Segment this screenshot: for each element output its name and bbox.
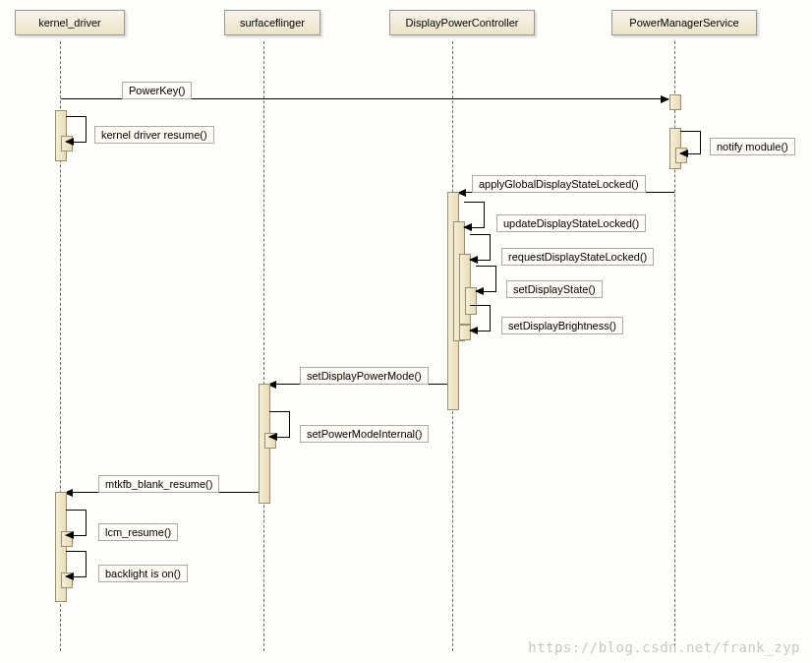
selfcall-kernel-resume: [66, 116, 87, 143]
selfcall-setds: [476, 266, 496, 292]
label-setpmi: setPowerModeInternal(): [300, 425, 429, 443]
lifeline-sf: [263, 41, 264, 651]
label-setds: setDisplayState(): [506, 280, 603, 298]
label-applyglobal: applyGlobalDisplayStateLocked(): [472, 175, 646, 193]
selfcall-requestdsl: [470, 234, 491, 261]
activation-pms-powerkey: [669, 94, 681, 110]
selfcall-setpmi: [269, 411, 290, 438]
label-setdpm: setDisplayPowerMode(): [300, 367, 429, 385]
selfcall-setdb: [470, 305, 491, 332]
label-requestdsl: requestDisplayStateLocked(): [501, 248, 654, 266]
label-powerkey: PowerKey(): [122, 82, 192, 99]
selfcall-backlight: [66, 551, 87, 577]
selfcall-notify: [680, 131, 701, 154]
label-updatedsl: updateDisplayStateLocked(): [496, 214, 646, 232]
participant-display-power-controller: DisplayPowerController: [389, 10, 535, 35]
label-mtkfb: mtkfb_blank_resume(): [98, 475, 219, 493]
watermark: https://blog.csdn.net/frank_zyp: [528, 639, 800, 655]
participant-kernel-driver: kernel_driver: [15, 10, 125, 35]
participant-surfaceflinger: surfaceflinger: [224, 10, 320, 35]
participant-power-manager-service: PowerManagerService: [611, 10, 757, 35]
label-notify: notify module(): [710, 138, 795, 155]
label-setdb: setDisplayBrightness(): [501, 317, 623, 334]
selfcall-updatedsl: [464, 202, 485, 228]
selfcall-lcm: [66, 510, 87, 536]
label-kernel-resume: kernel driver resume(): [94, 126, 214, 144]
label-lcm: lcm_resume(): [98, 523, 178, 541]
label-backlight: backlight is on(): [98, 565, 188, 582]
